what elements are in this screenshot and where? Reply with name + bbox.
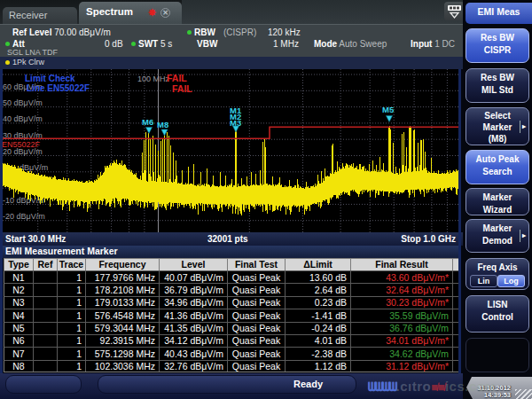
svg-text:Limit Check: Limit Check	[25, 74, 75, 83]
svg-text:FAIL: FAIL	[167, 73, 187, 83]
svg-text:50 dBμV/m: 50 dBμV/m	[3, 98, 43, 107]
svg-text:EN55022F: EN55022F	[2, 140, 41, 149]
svg-text:M6: M6	[142, 117, 153, 127]
svg-text:M8: M8	[157, 120, 168, 129]
svg-text:100 MHz: 100 MHz	[137, 74, 170, 83]
svg-text:FAIL: FAIL	[172, 83, 192, 94]
svg-text:40 dBμV/m: 40 dBμV/m	[3, 114, 43, 123]
svg-text:Line EN55022F: Line EN55022F	[27, 83, 90, 93]
svg-text:-20 dBμV/m: -20 dBμV/m	[3, 212, 45, 221]
svg-text:M5: M5	[382, 105, 395, 114]
